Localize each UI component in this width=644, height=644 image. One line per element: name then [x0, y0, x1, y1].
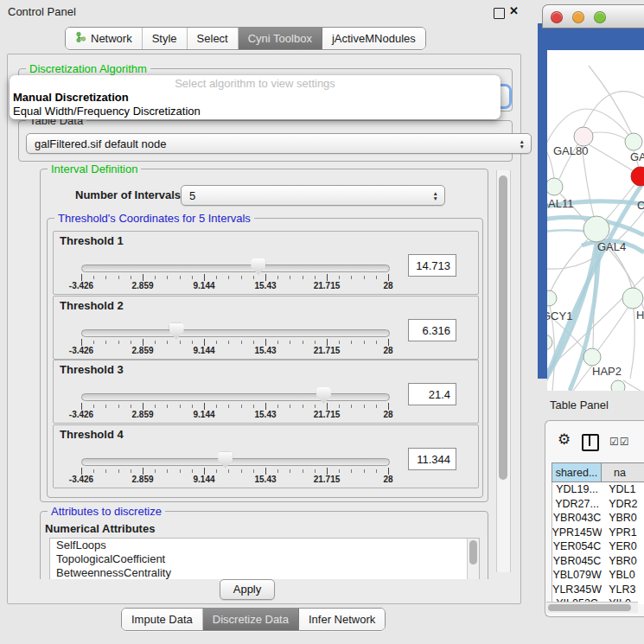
slider-thumb[interactable]	[169, 323, 184, 340]
apply-button[interactable]: Apply	[220, 579, 275, 600]
tick-mark	[277, 405, 278, 408]
slider-track[interactable]	[81, 458, 390, 466]
main-scrollbar-thumb[interactable]	[499, 175, 507, 480]
main-scrollbar[interactable]	[496, 170, 511, 572]
network-icon	[75, 31, 86, 46]
threshold-value-field[interactable]: 21.4	[408, 383, 456, 405]
table-row[interactable]: YLR345WYLR3	[552, 583, 644, 597]
table-data-group: Table Data galFiltered.sif default node …	[18, 120, 513, 162]
table-row[interactable]: YDR27...YDR2	[552, 497, 644, 512]
attribute-item-betweennesscentrality[interactable]: BetweennessCentrality	[50, 566, 479, 579]
tick-mark	[204, 403, 205, 410]
tick-mark	[155, 276, 156, 279]
tick-label: 2.859	[131, 475, 153, 484]
threshold-value-field[interactable]: 11.344	[408, 448, 456, 470]
table-horizontal-scrollbar[interactable]	[546, 602, 638, 613]
table-cell: YDL19...	[552, 482, 602, 497]
network-graph[interactable]: GAL80GAGAL11GAL4GCY1HHAP2C	[547, 50, 644, 391]
slider-thumb[interactable]	[251, 258, 265, 275]
network-node-gal11[interactable]	[547, 178, 563, 195]
slider-thumb[interactable]	[218, 452, 233, 469]
tick-mark	[277, 469, 278, 473]
num-intervals-value: 5	[189, 189, 195, 202]
tick-mark	[339, 341, 340, 344]
network-node[interactable]	[611, 380, 625, 391]
table-row[interactable]: YBL079WYBL0	[552, 568, 644, 583]
tab-select[interactable]: Select	[188, 28, 239, 49]
tick-label: 21.715	[314, 410, 341, 419]
tick-mark	[180, 341, 181, 344]
slider-thumb[interactable]	[316, 387, 331, 404]
network-node-gal80[interactable]	[574, 127, 593, 146]
network-node[interactable]	[547, 335, 552, 350]
threshold-panel-3: Threshold 3-3.4262.8599.14415.4321.71528…	[53, 360, 479, 424]
attributes-list-scrollbar[interactable]	[467, 539, 479, 579]
tab-label: Discretize Data	[213, 613, 289, 626]
table-row[interactable]: YDL19...YDL1	[552, 482, 644, 497]
float-icon[interactable]	[494, 8, 505, 19]
threshold-value-field[interactable]: 6.316	[408, 319, 456, 341]
slider-track[interactable]	[81, 393, 390, 401]
network-node-hap2[interactable]	[583, 348, 601, 366]
tick-mark	[228, 276, 229, 279]
attribute-item-selfloops[interactable]: SelfLoops	[50, 539, 479, 552]
dropdown-option-manual-discretization[interactable]: Manual Discretization	[10, 91, 501, 105]
slider-track[interactable]	[81, 265, 390, 272]
tab-impute-data[interactable]: Impute Data	[122, 609, 203, 630]
tick-mark	[155, 341, 156, 344]
attribute-item-topologicalcoefficient[interactable]: TopologicalCoefficient	[50, 552, 479, 566]
tab-discretize-data[interactable]: Discretize Data	[203, 609, 299, 630]
columns-icon[interactable]	[582, 434, 599, 451]
table-row[interactable]: YBR045CYBR0	[552, 554, 644, 569]
window-minimize-icon[interactable]	[572, 11, 584, 23]
column-header-shared-[interactable]: shared...	[552, 463, 601, 481]
threshold-value-field[interactable]: 14.713	[408, 254, 456, 277]
tick-mark	[105, 276, 106, 279]
dropdown-option-equal-width-frequency-discretization[interactable]: Equal Width/Frequency Discretization	[10, 105, 501, 118]
threshold-label: Threshold 1	[60, 234, 124, 247]
tick-mark	[376, 341, 377, 344]
tick-mark	[216, 405, 217, 408]
close-icon[interactable]: ✕	[509, 4, 519, 17]
tab-network[interactable]: Network	[66, 28, 143, 49]
network-node-gal4[interactable]	[583, 216, 609, 242]
network-node-h[interactable]	[622, 288, 643, 309]
tab-label: Impute Data	[131, 613, 193, 626]
attributes-list[interactable]: SelfLoopsTopologicalCoefficientBetweenne…	[49, 538, 480, 579]
table-cell: YBR045C	[552, 554, 602, 569]
window-close-icon[interactable]	[551, 11, 563, 23]
table-row[interactable]: YBR043CYBR0	[552, 511, 644, 526]
tick-mark	[376, 405, 377, 408]
num-intervals-combobox[interactable]: 5 ▲▼	[181, 185, 445, 206]
network-edge	[551, 239, 588, 291]
tick-mark	[364, 469, 365, 473]
gear-icon[interactable]: ⚙	[558, 430, 571, 449]
tab-cyni-toolbox[interactable]: Cyni Toolbox	[239, 28, 322, 49]
tick-mark	[228, 469, 229, 473]
tick-mark	[105, 405, 106, 408]
tab-style[interactable]: Style	[143, 28, 188, 49]
table-cell: YPR145W	[552, 526, 602, 540]
node-table: shared...na YDL19...YDL1YDR27...YDR2YBR0…	[552, 462, 644, 604]
node-label: GAL11	[547, 197, 574, 210]
network-node-gcy1[interactable]	[547, 290, 557, 306]
tab-infer-network[interactable]: Infer Network	[299, 609, 385, 630]
tick-mark	[364, 405, 365, 408]
checkboxes-icon[interactable]: ☑☑	[609, 436, 630, 448]
table-row[interactable]: YER054CYER0	[552, 539, 644, 554]
threshold-panel-1: Threshold 1-3.4262.8599.14415.4321.71528…	[53, 231, 479, 295]
network-node-ga[interactable]	[625, 133, 642, 150]
tab-jactivemnodules[interactable]: jActiveMNodules	[322, 28, 425, 49]
column-header-na[interactable]: na	[601, 463, 644, 481]
tick-mark	[376, 469, 377, 473]
tick-mark	[327, 403, 328, 410]
slider-track[interactable]	[81, 329, 390, 337]
network-window-titlebar[interactable]	[542, 4, 644, 29]
network-node[interactable]	[631, 167, 644, 186]
num-intervals-label: Number of Intervals	[75, 188, 181, 201]
window-zoom-icon[interactable]	[594, 11, 606, 23]
table-data-combobox[interactable]: galFiltered.sif default node ▲▼	[26, 133, 532, 154]
network-canvas[interactable]: GAL80GAGAL11GAL4GCY1HHAP2C	[547, 50, 644, 391]
tick-label: 2.859	[131, 410, 153, 419]
table-row[interactable]: YPR145WYPR1	[552, 526, 644, 540]
